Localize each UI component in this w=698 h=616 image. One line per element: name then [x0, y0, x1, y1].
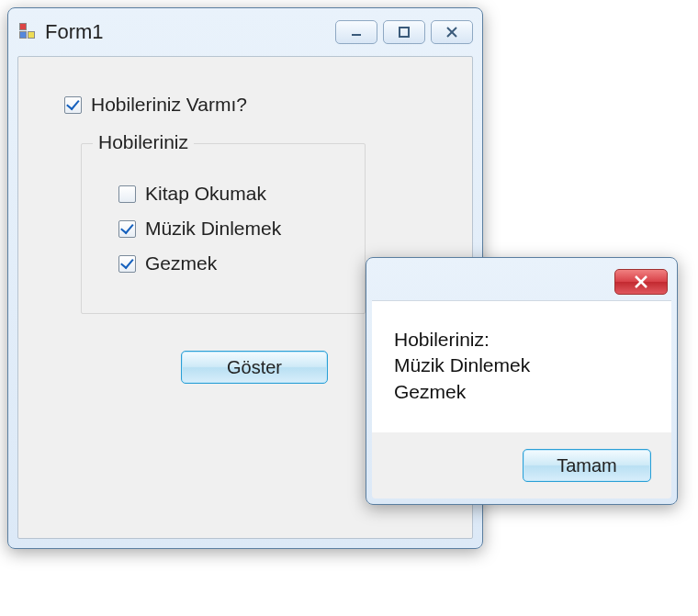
- show-button[interactable]: Göster: [181, 351, 328, 384]
- checkbox-icon: [118, 220, 136, 238]
- minimize-button[interactable]: [335, 20, 377, 44]
- checkbox-icon: [118, 185, 136, 203]
- messagebox-footer: Tamam: [372, 432, 671, 498]
- close-icon: [634, 274, 648, 289]
- window-controls: [335, 20, 473, 44]
- messagebox-close-button[interactable]: [614, 269, 668, 295]
- hobbies-exist-checkbox[interactable]: Hobileriniz Varmı?: [64, 94, 445, 116]
- close-button[interactable]: [431, 20, 473, 44]
- hobby-checkbox-muzik[interactable]: Müzik Dinlemek: [118, 218, 346, 240]
- hobby-label: Gezmek: [145, 252, 217, 274]
- close-icon: [445, 25, 459, 39]
- hobby-checkbox-kitap[interactable]: Kitap Okumak: [118, 183, 346, 205]
- hobbies-groupbox-legend: Hobileriniz: [93, 131, 194, 153]
- hobby-label: Müzik Dinlemek: [145, 218, 281, 240]
- checkbox-icon: [118, 255, 136, 273]
- app-icon: [19, 23, 38, 41]
- hobbies-groupbox: Hobileriniz Kitap Okumak Müzik Dinlemek …: [81, 143, 366, 314]
- messagebox-text: Hobileriniz: Müzik Dinlemek Gezmek: [372, 300, 671, 432]
- maximize-button[interactable]: [383, 20, 425, 44]
- messagebox-window: Hobileriniz: Müzik Dinlemek Gezmek Tamam: [366, 257, 678, 505]
- ok-button[interactable]: Tamam: [523, 449, 651, 482]
- hobby-label: Kitap Okumak: [145, 183, 266, 205]
- maximize-icon: [397, 25, 411, 39]
- hobbies-exist-label: Hobileriniz Varmı?: [91, 94, 247, 116]
- messagebox-titlebar[interactable]: [372, 263, 671, 300]
- svg-rect-1: [400, 28, 409, 37]
- checkbox-icon: [64, 96, 82, 114]
- form1-titlebar[interactable]: Form1: [14, 14, 477, 50]
- hobby-checkbox-gezmek[interactable]: Gezmek: [118, 252, 346, 274]
- form1-title: Form1: [45, 20, 335, 44]
- minimize-icon: [349, 25, 364, 39]
